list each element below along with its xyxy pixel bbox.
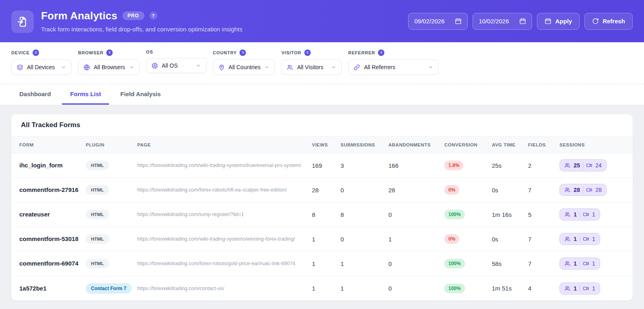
video-camera-icon	[583, 236, 589, 242]
tab-forms-list[interactable]: Forms List	[62, 84, 109, 105]
help-icon[interactable]: ?	[33, 49, 39, 56]
table-row: commentform-27916 HTML https://forexwiki…	[11, 178, 633, 202]
sessions-users-count: 25	[574, 162, 580, 169]
abandonments-value: 1	[388, 236, 444, 243]
sessions-button[interactable]: 1 1	[559, 208, 600, 220]
col-plugin: PLUGIN	[86, 142, 137, 147]
plugin-badge: HTML	[86, 234, 109, 244]
browser-select[interactable]: All Browsers	[78, 60, 140, 75]
referrer-select[interactable]: All Referrers	[348, 60, 439, 75]
link-icon	[353, 64, 360, 71]
views-value: 1	[312, 236, 341, 243]
page-url: https://forexwikitrading.com/wiki-tradin…	[137, 163, 312, 168]
table-row: 1a572be1 Contact Form 7 https://forexwik…	[11, 276, 633, 301]
abandonments-value: 0	[388, 211, 444, 218]
card-title: All Tracked Forms	[21, 121, 623, 129]
avg-time-value: 0s	[492, 236, 528, 243]
video-camera-icon	[583, 285, 589, 292]
tab-dashboard[interactable]: Dashboard	[11, 84, 59, 105]
submissions-value: 1	[341, 260, 388, 267]
map-pin-icon	[218, 64, 225, 71]
users-icon	[287, 64, 293, 71]
header-help-icon[interactable]: ?	[149, 12, 157, 20]
help-icon[interactable]: ?	[239, 49, 246, 56]
col-form: FORM	[19, 142, 86, 147]
help-icon[interactable]: ?	[378, 49, 384, 56]
device-select[interactable]: All Devices	[11, 60, 72, 75]
avg-time-value: 0s	[492, 187, 528, 194]
tab-field-analysis[interactable]: Field Analysis	[112, 84, 169, 105]
chevron-down-icon	[264, 64, 270, 70]
sessions-button[interactable]: 28 28	[559, 184, 607, 196]
fields-value: 2	[528, 162, 559, 169]
sessions-users-count: 1	[574, 211, 577, 218]
divider	[580, 261, 580, 267]
sessions-recordings-count: 1	[592, 211, 595, 218]
filter-referrer: REFERRER ? All Referrers	[348, 49, 439, 75]
form-name: commentform-53018	[19, 235, 86, 243]
os-select[interactable]: All OS	[146, 58, 206, 73]
submissions-value: 0	[341, 187, 388, 194]
form-analytics-app: Form Analytics PRO ? Track form interact…	[0, 0, 644, 309]
conversion-badge: 1.8%	[444, 161, 463, 170]
divider	[583, 187, 583, 193]
views-value: 169	[312, 162, 341, 169]
date-from-input[interactable]: 09/02/2026	[408, 13, 468, 30]
page-url: https://forexwikitrading.com/forex-robot…	[137, 261, 312, 266]
layers-icon	[17, 64, 23, 71]
conversion-badge: 100%	[444, 284, 465, 293]
views-value: 28	[312, 187, 341, 194]
visitor-select[interactable]: All Visitors	[281, 60, 342, 75]
main-content: All Tracked Forms FORM PLUGIN PAGE VIEWS…	[0, 105, 644, 309]
date-to-input[interactable]: 10/02/2026	[473, 13, 532, 30]
refresh-icon	[592, 18, 599, 25]
form-name: commentform-69074	[19, 259, 86, 268]
header: Form Analytics PRO ? Track form interact…	[0, 0, 644, 42]
col-views: VIEWS	[312, 142, 341, 147]
sessions-button[interactable]: 1 1	[559, 282, 600, 295]
video-camera-icon	[583, 260, 589, 267]
sessions-button[interactable]: 1 1	[559, 233, 600, 245]
date-to-value: 10/02/2026	[479, 18, 509, 25]
col-avg-time: AVG TIME	[492, 142, 528, 147]
sessions-recordings-count: 1	[592, 236, 595, 242]
avg-time-value: 1m 51s	[492, 285, 528, 292]
page-url: https://forexwikitrading.com/forex-robot…	[137, 187, 312, 193]
filter-country: COUNTRY ? All Countries	[213, 49, 275, 75]
filter-os: OS All OS	[146, 49, 206, 75]
avg-time-value: 1m 16s	[492, 211, 528, 218]
page-url: https://forexwikitrading.com/contact-us/	[137, 286, 312, 291]
plugin-badge: HTML	[86, 210, 109, 219]
sessions-button[interactable]: 25 24	[559, 159, 607, 171]
country-select[interactable]: All Countries	[213, 60, 275, 75]
users-icon	[564, 162, 571, 169]
plugin-badge: HTML	[86, 161, 109, 170]
help-icon[interactable]: ?	[106, 49, 113, 56]
fields-value: 7	[528, 260, 559, 267]
sessions-recordings-count: 1	[592, 285, 595, 292]
users-icon	[564, 285, 571, 292]
form-name: commentform-27916	[19, 185, 86, 194]
table-header-row: FORM PLUGIN PAGE VIEWS SUBMISSIONS ABAND…	[11, 136, 633, 153]
refresh-button[interactable]: Refresh	[584, 13, 633, 30]
abandonments-value: 0	[388, 285, 444, 292]
video-camera-icon	[583, 211, 589, 218]
avg-time-value: 25s	[492, 162, 528, 169]
all-tracked-forms-card: All Tracked Forms FORM PLUGIN PAGE VIEWS…	[11, 114, 633, 301]
users-icon	[564, 187, 571, 193]
plugin-badge: HTML	[86, 259, 109, 268]
conversion-badge: 0%	[444, 185, 459, 195]
sessions-recordings-count: 28	[595, 187, 602, 193]
filter-label: VISITOR	[281, 50, 301, 55]
avg-time-value: 58s	[492, 260, 528, 267]
table-row: commentform-53018 HTML https://forexwiki…	[11, 227, 633, 251]
tab-bar: Dashboard Forms List Field Analysis	[0, 84, 644, 105]
calendar-icon	[545, 18, 551, 25]
filter-label: OS	[146, 49, 153, 54]
help-icon[interactable]: ?	[304, 49, 311, 56]
col-conversion: CONVERSION	[444, 142, 492, 147]
filter-bar: DEVICE ? All Devices BROWSER ? All Brows…	[0, 42, 644, 84]
abandonments-value: 0	[388, 260, 444, 267]
sessions-button[interactable]: 1 1	[559, 258, 600, 270]
apply-button[interactable]: Apply	[537, 13, 580, 30]
